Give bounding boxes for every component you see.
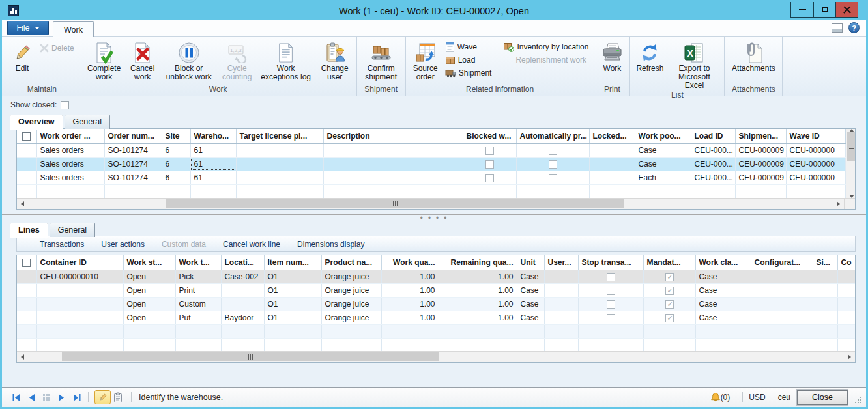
grid-cell[interactable]: Case	[635, 157, 691, 171]
cell-checkbox[interactable]	[665, 314, 674, 322]
grid-cell[interactable]: 1.00	[439, 311, 517, 324]
grid-cell[interactable]	[463, 184, 516, 198]
column-header[interactable]: Si...	[813, 255, 837, 270]
clipboard-button[interactable]	[111, 390, 125, 404]
grid-cell[interactable]	[162, 184, 190, 198]
grid-cell[interactable]: Case	[695, 283, 751, 297]
grid-cell[interactable]	[36, 324, 123, 338]
column-header[interactable]: Work qua...	[381, 255, 439, 270]
nav-last-icon[interactable]	[72, 393, 82, 402]
grid-cell[interactable]	[544, 270, 578, 283]
grid-cell[interactable]: O1	[264, 311, 321, 324]
select-all-header[interactable]	[17, 129, 36, 143]
grid-cell[interactable]	[735, 184, 786, 198]
column-header[interactable]: Wave ID	[786, 129, 845, 143]
grid-cell[interactable]	[813, 311, 837, 324]
grid-cell[interactable]	[190, 184, 236, 198]
grid-cell[interactable]	[544, 324, 578, 338]
grid-cell[interactable]: 1.00	[439, 297, 517, 311]
grid-cell[interactable]	[516, 157, 589, 171]
column-header[interactable]: Co	[837, 255, 855, 270]
notifications-bell-icon[interactable]	[710, 392, 721, 402]
grid-cell[interactable]	[321, 338, 381, 351]
grid-cell[interactable]	[381, 324, 439, 338]
grid-cell[interactable]	[36, 184, 104, 198]
export-excel-button[interactable]: X Export to Microsoft Excel	[667, 39, 721, 90]
grid-cell[interactable]: Orange juice	[321, 297, 381, 311]
column-header[interactable]: Site	[162, 129, 190, 143]
column-header[interactable]: Container ID	[36, 255, 123, 270]
grid-cell[interactable]	[175, 324, 221, 338]
grid-cell[interactable]	[123, 324, 175, 338]
column-header[interactable]: Order num...	[104, 129, 162, 143]
notification-count[interactable]: (0)	[721, 393, 731, 402]
grid-cell[interactable]	[323, 184, 463, 198]
cell-checkbox[interactable]	[549, 147, 557, 155]
select-all-checkbox[interactable]	[22, 259, 31, 267]
grid-cell[interactable]: O1	[264, 283, 321, 297]
grid-cell[interactable]	[578, 283, 643, 297]
grid-cell[interactable]	[323, 143, 463, 157]
grid-cell[interactable]	[813, 270, 837, 283]
column-header[interactable]: Mandat...	[643, 255, 695, 270]
grid-cell[interactable]	[517, 338, 544, 351]
grid-cell[interactable]	[643, 324, 695, 338]
file-menu-button[interactable]: File	[7, 21, 49, 35]
table-row[interactable]: Sales ordersSO-101274661CaseCEU-000...CE…	[17, 157, 845, 171]
grid-cell[interactable]: Baydoor	[221, 311, 264, 324]
cycle-counting-button[interactable]: 1,2,3, Cycle counting	[218, 39, 256, 81]
grid-cell[interactable]	[439, 324, 517, 338]
cell-checkbox[interactable]	[485, 147, 494, 155]
source-order-button[interactable]: Source order	[409, 39, 442, 81]
table-row[interactable]: OpenPutBaydoorO1Orange juice1.001.00Case…	[17, 311, 855, 324]
grid-cell[interactable]	[578, 311, 643, 324]
grid-cell[interactable]	[589, 171, 635, 184]
scroll-down-button[interactable]	[846, 195, 856, 198]
grid-cell[interactable]: Case	[517, 311, 544, 324]
confirm-shipment-button[interactable]: Confirm shipment	[360, 39, 403, 81]
grid-cell[interactable]	[643, 338, 695, 351]
column-header[interactable]: Blocked w...	[463, 129, 516, 143]
wave-button[interactable]: Wave	[442, 40, 495, 53]
grid-cell[interactable]: 1.00	[381, 270, 439, 283]
grid-cell[interactable]	[751, 324, 813, 338]
load-button[interactable]: Load	[442, 53, 495, 66]
grid-cell[interactable]	[837, 311, 855, 324]
grid-cell[interactable]	[751, 283, 813, 297]
cell-checkbox[interactable]	[607, 314, 615, 322]
cell-checkbox[interactable]	[607, 287, 615, 295]
select-all-checkbox[interactable]	[22, 132, 31, 141]
grid-cell[interactable]	[236, 184, 323, 198]
grid-cell[interactable]: CEU-000...	[691, 157, 735, 171]
column-header[interactable]: Load ID	[691, 129, 735, 143]
grid-cell[interactable]	[36, 338, 123, 351]
table-row[interactable]: Sales ordersSO-101274661EachCEU-000...CE…	[17, 171, 845, 184]
grid-cell[interactable]	[578, 338, 643, 351]
grid-cell[interactable]: 1.00	[381, 311, 439, 324]
grid-cell[interactable]	[589, 143, 635, 157]
empty-row[interactable]	[17, 338, 855, 351]
grid-cell[interactable]	[36, 311, 123, 324]
nav-first-icon[interactable]	[11, 393, 21, 402]
grid-cell[interactable]: CEU-000009	[735, 143, 786, 157]
grid-cell[interactable]	[578, 297, 643, 311]
company-indicator[interactable]: ceu	[778, 393, 790, 402]
empty-row[interactable]	[17, 324, 855, 338]
grid-cell[interactable]	[439, 338, 517, 351]
grid-cell[interactable]	[175, 338, 221, 351]
grid-cell[interactable]: Orange juice	[321, 270, 381, 283]
grid-cell[interactable]	[323, 157, 463, 171]
grid-cell[interactable]	[635, 184, 691, 198]
custom-data-link[interactable]: Custom data	[153, 238, 214, 251]
complete-work-button[interactable]: Complete work	[83, 39, 126, 81]
grid-cell[interactable]: SO-101274	[104, 171, 162, 184]
table-row[interactable]: Sales ordersSO-101274661CaseCEU-000...CE…	[17, 143, 845, 157]
cell-checkbox[interactable]	[665, 273, 674, 281]
inventory-by-location-button[interactable]: Inventory by location	[500, 40, 591, 53]
grid-cell[interactable]: Case	[695, 270, 751, 283]
grid-cell[interactable]	[17, 324, 36, 338]
grid-cell[interactable]	[578, 270, 643, 283]
grid-cell[interactable]: 1.00	[381, 283, 439, 297]
grid-cell[interactable]	[36, 283, 123, 297]
row-select-cell[interactable]	[17, 283, 36, 297]
